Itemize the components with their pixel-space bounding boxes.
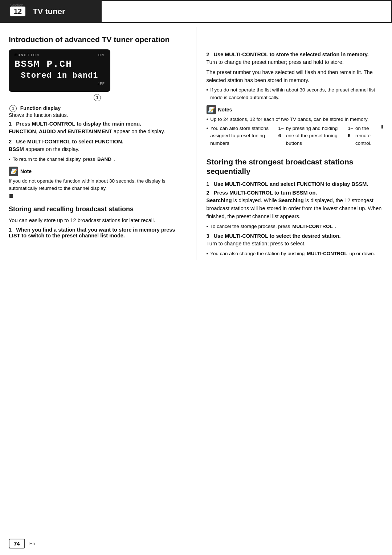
section-number: 12 xyxy=(10,7,25,16)
square-icon-note xyxy=(9,194,13,198)
strongest-step1-title: 1 Use MULTI-CONTROL and select FUNCTION … xyxy=(207,181,384,187)
main-columns: Introduction of advanced TV tuner operat… xyxy=(0,27,392,260)
display-pch: P.CH xyxy=(46,59,72,70)
func-display-sub: Shows the function status. xyxy=(9,112,186,118)
square-icon-notes xyxy=(381,125,383,128)
strongest-step2: 2 Press MULTI-CONTROL to turn BSSM on. S… xyxy=(207,190,384,230)
intro-step2-body: BSSM appears on the display. xyxy=(9,146,186,154)
strongest-step3: 3 Use MULTI-CONTROL to select the desire… xyxy=(207,233,384,257)
right-step2-body1: Turn to change the preset number; press … xyxy=(207,58,384,66)
language-label: En xyxy=(29,541,35,546)
display-top-bar: FUNCTION ON xyxy=(15,53,105,57)
footer: 74 En xyxy=(9,539,383,548)
right-column: 2 Use MULTI-CONTROL to store the selecte… xyxy=(196,27,384,260)
storing-step1-title: 1 When you find a station that you want … xyxy=(9,227,186,238)
circle-num-inline: 1 xyxy=(9,105,17,112)
strongest-step2-title: 2 Press MULTI-CONTROL to turn BSSM on. xyxy=(207,190,384,196)
circle-label-container: 1 xyxy=(9,94,186,101)
display-on-label: ON xyxy=(98,53,105,57)
intro-note-content: If you do not operate the function withi… xyxy=(9,177,186,192)
function-display-block: 1 Function display Shows the function st… xyxy=(9,105,186,118)
strongest-heading: Storing the strongest broadcast stations… xyxy=(207,157,384,176)
display-stored-text: Stored in band1 xyxy=(15,71,105,80)
circle-number-1: 1 xyxy=(94,94,101,101)
display-main-row: BSSM P.CH xyxy=(15,59,105,70)
strongest-step3-title: 3 Use MULTI-CONTROL to select the desire… xyxy=(207,233,384,239)
strongest-step2-body: Searching is displayed. While Searching … xyxy=(207,197,384,220)
strongest-step2-bullet: To cancel the storage process, press MUL… xyxy=(207,223,384,230)
storing-step1: 1 When you find a station that you want … xyxy=(9,227,186,238)
intro-heading: Introduction of advanced TV tuner operat… xyxy=(9,35,186,44)
intro-step2-bullet: To return to the channel display, press … xyxy=(9,156,186,163)
func-display-label: 1 Function display xyxy=(9,105,186,112)
strongest-step1: 1 Use MULTI-CONTROL and select FUNCTION … xyxy=(207,181,384,187)
intro-step1: 1 Press MULTI-CONTROL to display the mai… xyxy=(9,121,186,136)
intro-step2: 2 Use MULTI-CONTROL to select FUNCTION. … xyxy=(9,139,186,163)
right-step2-body2: The preset number you have selected will… xyxy=(207,69,384,85)
intro-note-header: 📝 Note xyxy=(9,167,186,176)
right-step2: 2 Use MULTI-CONTROL to store the selecte… xyxy=(207,52,384,101)
note-icon: 📝 xyxy=(9,167,18,176)
strongest-step3-bullet: You can also change the station by pushi… xyxy=(207,250,384,257)
display-mockup: FUNCTION ON BSSM P.CH Stored in band1 4F… xyxy=(9,49,110,92)
display-off-label: 4FF xyxy=(15,82,105,86)
right-notes-header: 📝 Notes xyxy=(207,105,384,114)
intro-step1-body: FUNCTION, AUDIO and ENTERTAINMENT appear… xyxy=(9,128,186,136)
section-label: Section xyxy=(10,3,24,7)
chapter-title: TV tuner xyxy=(33,7,65,16)
intro-step2-title: 2 Use MULTI-CONTROL to select FUNCTION. xyxy=(9,139,186,144)
right-notes-box: 📝 Notes Up to 24 stations, 12 for each o… xyxy=(207,105,384,147)
right-step2-title: 2 Use MULTI-CONTROL to store the selecte… xyxy=(207,52,384,57)
header-right-box xyxy=(102,0,392,23)
intro-note-box: 📝 Note If you do not operate the functio… xyxy=(9,167,186,199)
notes-icon: 📝 xyxy=(207,105,216,114)
header-bar: 12 TV tuner xyxy=(0,0,392,23)
left-column: Introduction of advanced TV tuner operat… xyxy=(9,27,196,260)
intro-step1-title: 1 Press MULTI-CONTROL to display the mai… xyxy=(9,121,186,127)
right-note-bullet-1: Up to 24 stations, 12 for each of two TV… xyxy=(207,116,384,123)
page-number: 74 xyxy=(9,539,25,548)
page: Section 12 TV tuner Introduction of adva… xyxy=(0,0,392,555)
right-note-bullet-2: You can also store stations assigned to … xyxy=(207,125,384,147)
storing-recalling-heading: Storing and recalling broadcast stations xyxy=(9,205,186,213)
strongest-step3-body: Turn to change the station; press to sel… xyxy=(207,240,384,248)
display-bssm: BSSM xyxy=(15,59,40,70)
right-step2-bullet: If you do not operate the list within ab… xyxy=(207,86,384,101)
storing-recalling-intro: You can easily store up to 12 broadcast … xyxy=(9,217,186,225)
display-function-label: FUNCTION xyxy=(15,53,40,57)
